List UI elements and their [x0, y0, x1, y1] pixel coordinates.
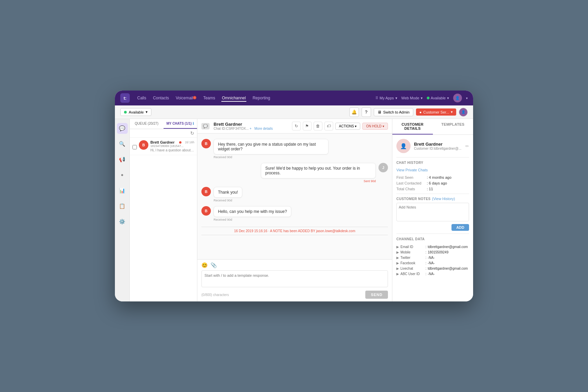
- message-bubble: Thank you!: [214, 187, 242, 198]
- chat-header-actions: ↻ ⚑ 🗑 🏷 ACTIONS ▾ ON HOLD ▾: [292, 122, 388, 130]
- chat-header-sub: Chat ID:CSRF34TOX... + More details: [214, 127, 289, 130]
- message-meta: Received 90d: [214, 155, 328, 159]
- customer-avatar-big: 👤: [396, 139, 411, 153]
- customer-id: Customer ID:tdbrettgardner@...: [414, 147, 461, 150]
- add-note-button[interactable]: ADD: [451, 224, 469, 231]
- message-content: Hey there, can you give me a status upda…: [214, 139, 328, 159]
- top-navigation: t: Calls Contacts Voicemail! Teams Omnic…: [115, 91, 473, 105]
- channel-abcuserid-value: -NA-: [428, 272, 435, 276]
- sub-navigation: Available ▾ 🔔 ? 🖥 Switch to Admin ● Cust…: [115, 105, 473, 119]
- queue-tab[interactable]: QUEUE (20/27): [130, 119, 164, 129]
- tab-customer-details[interactable]: CUSTOMER DETAILS: [392, 119, 433, 134]
- channel-mobile-value: 18015509249: [428, 250, 448, 254]
- message-row: Sure! We'd be happy to help you out. You…: [201, 163, 388, 183]
- message-meta: Received 90d: [214, 218, 291, 221]
- nav-right: ⠿ My Apps ▾ Web Mode ▾ Available ▾ 👤 ▾: [375, 94, 468, 102]
- delete-icon[interactable]: 🗑: [314, 122, 322, 130]
- chat-item-content: Brett Gardner 2d 16h 18154728069 (181547…: [150, 140, 194, 152]
- attachment-button[interactable]: 📎: [211, 262, 217, 268]
- message-row: B Hello, can you help me with my issue? …: [201, 206, 388, 221]
- apps-menu[interactable]: ⠿ My Apps ▾: [375, 96, 397, 100]
- view-history-link[interactable]: (View History): [432, 197, 455, 201]
- channel-arrow: ▶: [396, 261, 399, 265]
- chat-item-checkbox[interactable]: [132, 142, 137, 152]
- customer-name: Brett Gardner: [414, 142, 461, 147]
- sidebar-search-icon[interactable]: 🔍: [117, 139, 128, 149]
- available-menu[interactable]: Available ▾: [427, 96, 449, 100]
- chat-input-footer: (0/800) characters SEND: [201, 291, 388, 299]
- sidebar-gear-icon[interactable]: ⚙️: [117, 216, 128, 227]
- sub-nav-right: 🔔 ? 🖥 Switch to Admin ● Customer Ser... …: [349, 107, 468, 117]
- available-chevron-icon: ▾: [447, 96, 449, 100]
- add-chat-link[interactable]: +: [250, 127, 252, 130]
- nav-voicemail[interactable]: Voicemail!: [175, 94, 197, 102]
- web-mode-menu[interactable]: Web Mode ▾: [401, 96, 423, 100]
- chat-item-header: Brett Gardner 2d 16h: [150, 140, 194, 144]
- more-details-link[interactable]: More details: [254, 127, 273, 130]
- sub-user-avatar[interactable]: 👤: [459, 108, 468, 117]
- channel-livechat-label: Livechat: [400, 267, 424, 270]
- channel-abcuserid-label: ABC User ID: [400, 272, 424, 276]
- chat-input-area: 😊 📎 (0/800) characters SEND: [197, 259, 392, 301]
- channel-data-title: CHANNEL DATA: [396, 237, 469, 241]
- nav-teams[interactable]: Teams: [202, 94, 216, 102]
- actions-dropdown[interactable]: ACTIONS ▾: [335, 123, 360, 130]
- on-hold-button[interactable]: ON HOLD ▾: [362, 123, 388, 130]
- tab-templates[interactable]: TEMPLATES: [433, 119, 473, 134]
- my-chats-tab[interactable]: MY CHATS (1/1) ℹ: [164, 119, 197, 129]
- sidebar-dot-icon[interactable]: •: [117, 170, 128, 180]
- notes-input[interactable]: [396, 203, 469, 221]
- chat-contact-name: Brett Gardner: [214, 122, 289, 127]
- chat-list-item[interactable]: B Brett Gardner 2d 16h 18154728069 (1815…: [130, 138, 197, 155]
- chat-item-online-dot: [179, 141, 181, 144]
- nav-links: Calls Contacts Voicemail! Teams Omnichan…: [137, 94, 369, 102]
- status-dropdown[interactable]: Available ▾: [120, 108, 151, 116]
- nav-calls[interactable]: Calls: [137, 94, 147, 102]
- message-content: Thank you! Received 90d: [214, 187, 242, 202]
- switch-to-admin-button[interactable]: 🖥 Switch to Admin: [374, 108, 413, 116]
- refresh-chat-icon[interactable]: ↻: [292, 122, 301, 130]
- last-contacted-row: Last Contacted : 6 days ago: [396, 181, 469, 185]
- message-row: B Hey there, can you give me a status up…: [201, 139, 388, 159]
- total-chats-row: Total Chats : 11: [396, 187, 469, 191]
- apps-grid-icon: ⠿: [375, 96, 378, 100]
- edit-customer-icon[interactable]: ✏: [465, 144, 469, 149]
- refresh-icon[interactable]: ↻: [190, 130, 194, 136]
- tag-icon[interactable]: 🏷: [324, 122, 333, 130]
- chat-item-name: Brett Gardner: [150, 140, 175, 144]
- customer-details: Brett Gardner Customer ID:tdbrettgardner…: [414, 142, 461, 150]
- logo[interactable]: t:: [120, 93, 130, 103]
- message-sender-avatar: J: [378, 163, 388, 172]
- sidebar-clipboard-icon[interactable]: 📋: [117, 201, 128, 212]
- sidebar-chat-icon[interactable]: 💬: [117, 123, 128, 134]
- chat-item-avatar: B: [139, 140, 148, 150]
- sidebar-megaphone-icon[interactable]: 📢: [117, 154, 128, 165]
- emoji-button[interactable]: 😊: [201, 262, 208, 268]
- right-panel: CUSTOMER DETAILS TEMPLATES 👤 Brett Gardn…: [392, 119, 473, 301]
- flag-icon[interactable]: ⚑: [303, 122, 312, 130]
- nav-reporting[interactable]: Reporting: [252, 94, 271, 102]
- help-icon[interactable]: ?: [362, 107, 371, 117]
- channel-facebook-label: Facebook: [400, 261, 424, 265]
- view-private-chats-link[interactable]: View Private Chats: [396, 168, 428, 172]
- notifications-icon[interactable]: 🔔: [349, 107, 359, 117]
- message-bubble: Hello, can you help me with my issue?: [214, 206, 291, 217]
- customer-chevron-icon: ▾: [451, 110, 453, 114]
- char-count: (0/800) characters: [201, 293, 229, 297]
- sidebar-analytics-icon[interactable]: 📊: [117, 185, 128, 196]
- chat-list-header: ↻: [130, 129, 197, 138]
- last-contacted-value: : 6 days ago: [427, 181, 447, 185]
- user-avatar[interactable]: 👤: [453, 94, 462, 102]
- chat-header-avatar-wrapper: 💬: [201, 123, 211, 129]
- customer-profile: 👤 Brett Gardner Customer ID:tdbrettgardn…: [396, 139, 469, 153]
- user-chevron-icon[interactable]: ▾: [466, 96, 468, 100]
- message-meta: Received 90d: [214, 199, 242, 202]
- actions-chevron-icon: ▾: [355, 124, 357, 128]
- nav-contacts[interactable]: Contacts: [152, 94, 170, 102]
- left-sidebar: 💬 🔍 📢 • 📊 📋 ⚙️: [115, 119, 130, 301]
- send-button[interactable]: SEND: [365, 291, 388, 299]
- customer-select-dropdown[interactable]: ● Customer Ser... ▾: [416, 108, 456, 116]
- total-chats-label: Total Chats: [396, 187, 427, 191]
- chat-input[interactable]: [201, 270, 388, 287]
- nav-omnichannel[interactable]: Omnichannel: [221, 94, 247, 102]
